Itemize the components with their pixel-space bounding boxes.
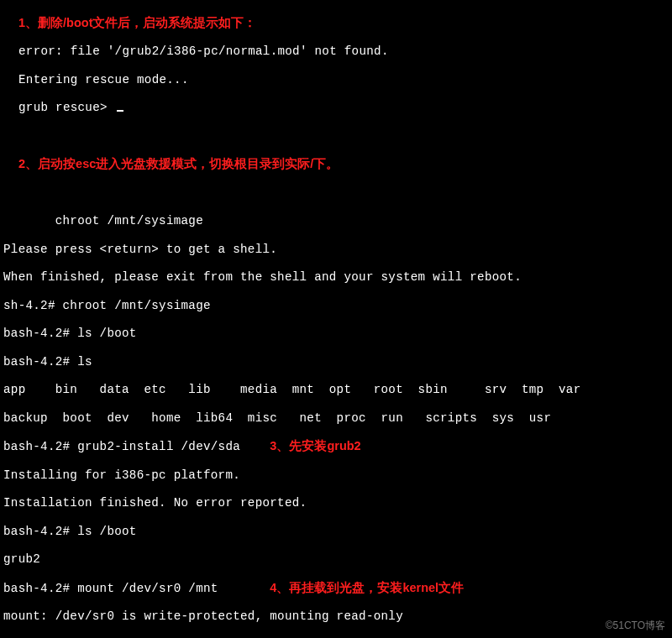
term-line: backup boot dev home lib64 misc net proc…: [3, 411, 551, 425]
term-line: When finished, please exit from the shel…: [3, 270, 522, 284]
term-line: Please press <return> to get a shell.: [3, 243, 277, 256]
terminal-screen: 1、删除/boot文件后，启动系统提示如下： error: file '/gru…: [0, 0, 672, 638]
cursor-icon: [117, 110, 123, 112]
annotation-1: 1、删除/boot文件后，启动系统提示如下：: [18, 16, 257, 29]
term-line: chroot /mnt/sysimage: [3, 214, 203, 227]
annotation-4: 4、再挂载到光盘，安装kernel文件: [270, 581, 464, 594]
annotation-3: 3、先安装grub2: [270, 439, 360, 452]
term-line: sh-4.2# chroot /mnt/sysimage: [3, 299, 211, 312]
term-line: bash-4.2# ls /boot: [3, 525, 137, 538]
term-line: Installing for i386-pc platform.: [3, 468, 240, 482]
term-line: grub rescue>: [18, 101, 115, 114]
term-line: app bin data etc lib media mnt opt root …: [3, 383, 580, 396]
term-line: bash-4.2# mount /dev/sr0 /mnt: [3, 582, 270, 595]
term-line: grub2: [3, 552, 40, 566]
annotation-2: 2、启动按esc进入光盘救援模式，切换根目录到实际/下。: [18, 157, 339, 170]
term-line: error: file '/grub2/i386-pc/normal.mod' …: [18, 44, 389, 58]
watermark: ©51CTO博客: [606, 620, 665, 631]
term-line: Installation finished. No error reported…: [3, 496, 307, 510]
term-line: bash-4.2# ls /boot: [3, 327, 137, 340]
term-line: Entering rescue mode...: [18, 73, 189, 86]
term-line: mount: /dev/sr0 is write-protected, moun…: [3, 609, 403, 623]
term-line: bash-4.2# ls: [3, 355, 92, 369]
term-line: bash-4.2# grub2-install /dev/sda: [3, 440, 270, 453]
